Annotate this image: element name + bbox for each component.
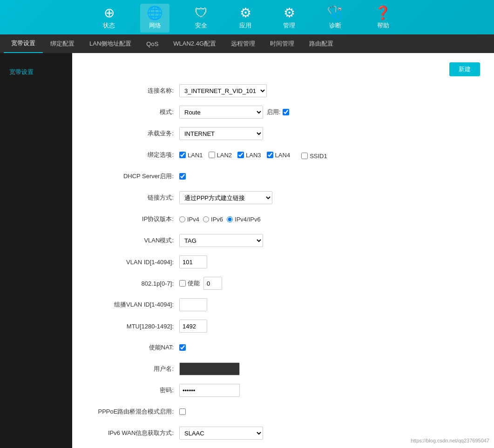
lan4-option[interactable]: LAN4 [267, 152, 291, 159]
service-select[interactable]: INTERNET [179, 127, 263, 140]
dot1p-enable-checkbox[interactable] [179, 280, 186, 287]
dot1p-row: 802.1p[0-7]: 使能 [86, 276, 480, 290]
username-row: 用户名: [86, 362, 480, 376]
dot1p-enable-option[interactable]: 使能 [179, 279, 200, 288]
nat-row: 使能NAT: [86, 341, 480, 354]
username-control [179, 362, 480, 375]
service-control: INTERNET [179, 127, 480, 140]
nav-security[interactable]: 🛡 安全 [188, 4, 214, 33]
help-icon: ❓ [375, 7, 391, 20]
ip-version-control: IPv4 IPv6 IPv4/IPv6 [179, 216, 480, 223]
lan1-option[interactable]: LAN1 [179, 152, 203, 159]
ip-version-row: IP协议版本: IPv4 IPv6 IPv4/IPv6 [86, 212, 480, 226]
vlan-id-row: VLAN ID[1-4094]: [86, 255, 480, 269]
connection-method-row: 链接方式: 通过PPP方式建立链接 [86, 191, 480, 205]
service-row: 承载业务: INTERNET [86, 127, 480, 140]
new-button[interactable]: 新建 [449, 62, 480, 76]
content-area: 新建 连接名称: 3_INTERNET_R_VID_101 模式: Route … [72, 53, 494, 448]
nat-checkbox[interactable] [179, 344, 186, 351]
vlan-id-label: VLAN ID[1-4094]: [86, 259, 179, 266]
connection-name-select[interactable]: 3_INTERNET_R_VID_101 [179, 84, 267, 97]
nav-management[interactable]: ⚙ 管理 [277, 4, 302, 33]
ipv4-radio[interactable] [179, 216, 185, 222]
nat-label: 使能NAT: [86, 343, 179, 352]
mtu-input[interactable] [179, 320, 207, 333]
sidebar-item-broadband[interactable]: 宽带设置 [0, 62, 72, 82]
footer-url: https://blog.csdn.net/qq237695047 [411, 438, 489, 443]
group-vlan-input[interactable] [179, 298, 207, 311]
dhcp-checkbox[interactable] [179, 173, 186, 180]
ipv4ipv6-radio[interactable] [227, 216, 233, 222]
sub-nav-binding[interactable]: 绑定配置 [43, 35, 82, 53]
ipv4ipv6-option[interactable]: IPv4/IPv6 [227, 216, 261, 223]
username-label: 用户名: [86, 365, 179, 373]
dot1p-input[interactable] [203, 277, 222, 290]
connection-name-control: 3_INTERNET_R_VID_101 [179, 84, 480, 97]
bind-options-control: LAN1 LAN2 LAN3 LAN4 [179, 151, 480, 160]
nav-help[interactable]: ❓ 帮助 [368, 4, 398, 33]
status-icon: ⊕ [104, 7, 115, 20]
service-label: 承载业务: [86, 129, 179, 138]
password-input[interactable] [179, 384, 240, 397]
sub-nav-qos[interactable]: QoS [139, 36, 166, 52]
ssid1-checkbox[interactable] [301, 153, 308, 159]
mode-control: Route 启用: [179, 106, 480, 119]
vlan-mode-control: TAG [179, 234, 480, 247]
dhcp-label: DHCP Server启用: [86, 172, 179, 181]
vlan-id-control [179, 255, 480, 268]
sub-nav-time[interactable]: 时间管理 [263, 35, 302, 53]
sub-nav-remote[interactable]: 远程管理 [223, 35, 263, 53]
mode-select[interactable]: Route [179, 106, 263, 119]
enable-checkbox[interactable] [283, 109, 289, 115]
lan2-option[interactable]: LAN2 [209, 152, 232, 159]
nav-apps[interactable]: ⚙ 应用 [233, 4, 258, 33]
ipv6-option[interactable]: IPv6 [203, 216, 223, 223]
nav-diagnosis[interactable]: 🩺 诊断 [320, 4, 350, 33]
ssid1-option[interactable]: SSID1 [301, 153, 327, 160]
connection-method-select[interactable]: 通过PPP方式建立链接 [179, 191, 272, 204]
lan4-checkbox[interactable] [267, 152, 273, 158]
ipv6-radio[interactable] [203, 216, 209, 222]
password-label: 密码: [86, 386, 179, 395]
lan3-checkbox[interactable] [237, 152, 244, 158]
nav-network[interactable]: 🌐 网络 [140, 4, 169, 33]
mtu-row: MTU[1280-1492]: [86, 319, 480, 333]
ipv4-option[interactable]: IPv4 [179, 216, 199, 223]
username-input[interactable] [179, 362, 240, 375]
mtu-label: MTU[1280-1492]: [86, 323, 179, 330]
dot1p-label: 802.1p[0-7]: [86, 280, 179, 287]
ipv6-wan-select[interactable]: SLAAC [179, 427, 263, 440]
sub-nav-lan[interactable]: LAN侧地址配置 [82, 35, 139, 53]
vlan-mode-select[interactable]: TAG [179, 234, 263, 247]
connection-name-row: 连接名称: 3_INTERNET_R_VID_101 [86, 84, 480, 98]
mode-label: 模式: [86, 108, 179, 116]
vlan-id-input[interactable] [179, 255, 207, 268]
header-row: 新建 [86, 62, 480, 76]
apps-icon: ⚙ [240, 7, 251, 20]
connection-method-label: 链接方式: [86, 194, 179, 202]
dhcp-control [179, 173, 480, 180]
management-icon: ⚙ [284, 7, 295, 20]
sub-nav-wlan[interactable]: WLAN2.4G配置 [166, 35, 223, 53]
lan1-checkbox[interactable] [179, 152, 186, 158]
main-layout: 宽带设置 新建 连接名称: 3_INTERNET_R_VID_101 模式: R… [0, 53, 494, 448]
ip-version-label: IP协议版本: [86, 215, 179, 223]
ipv6-wan-label: IPv6 WAN信息获取方式: [86, 429, 179, 437]
pppoe-mode-checkbox[interactable] [179, 408, 186, 415]
nat-control [179, 344, 480, 351]
lan2-checkbox[interactable] [209, 152, 215, 158]
sub-nav-broadband[interactable]: 宽带设置 [4, 34, 43, 53]
group-vlan-control [179, 298, 480, 311]
security-icon: 🛡 [195, 7, 208, 20]
top-nav: ⊕ 状态 🌐 网络 🛡 安全 ⚙ 应用 ⚙ 管理 🩺 诊断 ❓ 帮助 [0, 0, 494, 34]
lan3-option[interactable]: LAN3 [237, 152, 261, 159]
pppoe-mode-label: PPPoE路由桥混合模式启用: [86, 408, 179, 416]
sub-nav-route[interactable]: 路由配置 [302, 35, 341, 53]
diagnosis-icon: 🩺 [327, 7, 343, 20]
dhcp-row: DHCP Server启用: [86, 169, 480, 183]
group-vlan-label: 组播VLAN ID[1-4094]: [86, 301, 179, 309]
sidebar: 宽带设置 [0, 53, 72, 448]
nav-status[interactable]: ⊕ 状态 [96, 4, 122, 33]
connection-name-label: 连接名称: [86, 87, 179, 95]
group-vlan-row: 组播VLAN ID[1-4094]: [86, 298, 480, 312]
